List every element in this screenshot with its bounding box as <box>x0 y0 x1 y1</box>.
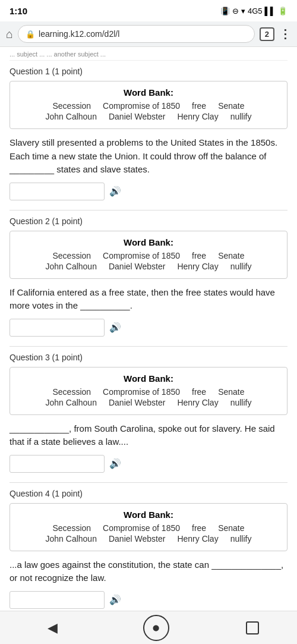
word-johncalhoun-2[interactable]: John Calhoun <box>46 262 97 271</box>
signal-text: 4G5 <box>248 7 263 15</box>
word-johncalhoun-1[interactable]: John Calhoun <box>46 112 97 121</box>
bottom-nav: ◀ ⬤ <box>0 611 297 644</box>
word-compromise-2[interactable]: Compromise of 1850 <box>103 251 180 260</box>
word-nullify-4[interactable]: nullify <box>230 534 252 544</box>
word-bank-row1-2: Secession Compromise of 1850 free Senate <box>20 251 277 260</box>
word-secession-4[interactable]: Secession <box>52 523 91 533</box>
word-secession-2[interactable]: Secession <box>52 251 91 260</box>
word-bank-title-2: Word Bank: <box>20 237 277 247</box>
tab-count-button[interactable]: 2 <box>260 27 274 41</box>
question-2-block: Question 2 (1 point) Word Bank: Secessio… <box>10 216 287 337</box>
word-nullify-2[interactable]: nullify <box>230 262 252 271</box>
word-danielwebster-4[interactable]: Daniel Webster <box>109 534 165 544</box>
question-4-word-bank: Word Bank: Secession Compromise of 1850 … <box>10 503 287 551</box>
question-4-label: Question 4 (1 point) <box>10 489 287 498</box>
word-bank-row1-3: Secession Compromise of 1850 free Senate <box>20 387 277 397</box>
url-bar[interactable]: 🔒 learning.k12.com/d2l/l <box>18 25 255 43</box>
home-icon[interactable]: ⌂ <box>6 27 13 41</box>
speaker-icon-3[interactable]: 🔊 <box>109 458 121 469</box>
word-bank-row2-4: John Calhoun Daniel Webster Henry Clay n… <box>20 534 277 544</box>
word-henryclay-1[interactable]: Henry Clay <box>177 112 218 121</box>
battery-icon: 🔋 <box>278 7 287 15</box>
back-button[interactable]: ◀ <box>38 614 67 642</box>
minus-circle-icon: ⊖ <box>232 7 239 15</box>
word-senate-2[interactable]: Senate <box>218 251 244 260</box>
question-1-word-bank: Word Bank: Secession Compromise of 1850 … <box>10 81 287 129</box>
recents-button[interactable] <box>246 621 259 634</box>
word-bank-title-4: Word Bank: <box>20 510 277 520</box>
question-3-answer-row: 🔊 <box>10 455 287 473</box>
word-compromise-1[interactable]: Compromise of 1850 <box>103 101 180 111</box>
signal-bars-icon: ▌▌ <box>265 7 276 15</box>
question-2-label: Question 2 (1 point) <box>10 216 287 226</box>
question-1-input[interactable] <box>10 183 105 200</box>
status-time: 1:10 <box>10 6 27 16</box>
question-1-block: Question 1 (1 point) Word Bank: Secessio… <box>10 67 287 200</box>
word-free-3[interactable]: free <box>192 387 206 397</box>
word-bank-row1-4: Secession Compromise of 1850 free Senate <box>20 523 277 533</box>
word-johncalhoun-3[interactable]: John Calhoun <box>46 398 97 407</box>
word-bank-row2-2: John Calhoun Daniel Webster Henry Clay n… <box>20 262 277 271</box>
word-bank-row1-1: Secession Compromise of 1850 free Senate <box>20 101 277 111</box>
url-text: learning.k12.com/d2l/l <box>39 29 247 39</box>
question-3-label: Question 3 (1 point) <box>10 353 287 362</box>
lock-icon: 🔒 <box>26 30 35 39</box>
word-senate-4[interactable]: Senate <box>218 523 244 533</box>
word-secession-3[interactable]: Secession <box>52 387 91 397</box>
word-danielwebster-1[interactable]: Daniel Webster <box>109 112 165 121</box>
word-danielwebster-2[interactable]: Daniel Webster <box>109 262 165 271</box>
breadcrumb: ... subject ... ... another subject ... <box>10 47 287 61</box>
word-compromise-3[interactable]: Compromise of 1850 <box>103 387 180 397</box>
word-secession-1[interactable]: Secession <box>52 101 91 111</box>
word-bank-title-1: Word Bank: <box>20 87 277 98</box>
word-senate-1[interactable]: Senate <box>218 101 244 111</box>
more-menu-button[interactable]: ⋮ <box>279 27 291 41</box>
word-bank-row2-1: John Calhoun Daniel Webster Henry Clay n… <box>20 112 277 121</box>
word-free-4[interactable]: free <box>192 523 206 533</box>
page-content: ... subject ... ... another subject ... … <box>0 47 297 644</box>
word-johncalhoun-4[interactable]: John Calhoun <box>46 534 97 544</box>
word-free-1[interactable]: free <box>192 101 206 111</box>
wifi-icon: ▾ <box>241 7 245 15</box>
question-1-answer-row: 🔊 <box>10 183 287 200</box>
browser-bar: ⌂ 🔒 learning.k12.com/d2l/l 2 ⋮ <box>0 21 297 47</box>
word-nullify-1[interactable]: nullify <box>230 112 252 121</box>
speaker-icon-1[interactable]: 🔊 <box>109 186 121 197</box>
home-circle-inner: ⬤ <box>153 624 159 631</box>
status-bar: 1:10 📳 ⊖ ▾ 4G5 ▌▌ 🔋 <box>0 0 297 21</box>
question-1-label: Question 1 (1 point) <box>10 67 287 76</box>
speaker-icon-4[interactable]: 🔊 <box>109 594 121 605</box>
word-bank-row2-3: John Calhoun Daniel Webster Henry Clay n… <box>20 398 277 407</box>
home-button[interactable]: ⬤ <box>143 615 169 641</box>
question-4-passage: ...a law goes against the constitution, … <box>10 558 287 585</box>
word-danielwebster-3[interactable]: Daniel Webster <box>109 398 165 407</box>
question-2-passage: If California entered as a free state, t… <box>10 286 287 313</box>
word-bank-title-3: Word Bank: <box>20 373 277 384</box>
question-4-answer-row: 🔊 <box>10 591 287 609</box>
question-4-input[interactable] <box>10 591 105 609</box>
question-3-block: Question 3 (1 point) Word Bank: Secessio… <box>10 353 287 473</box>
question-3-word-bank: Word Bank: Secession Compromise of 1850 … <box>10 367 287 415</box>
question-2-word-bank: Word Bank: Secession Compromise of 1850 … <box>10 231 287 279</box>
question-3-passage: ____________, from South Carolina, spoke… <box>10 422 287 449</box>
question-2-input[interactable] <box>10 319 105 337</box>
word-henryclay-3[interactable]: Henry Clay <box>177 398 218 407</box>
vibrate-icon: 📳 <box>220 7 230 15</box>
word-nullify-3[interactable]: nullify <box>230 398 252 407</box>
question-2-answer-row: 🔊 <box>10 319 287 337</box>
question-3-input[interactable] <box>10 455 105 473</box>
speaker-icon-2[interactable]: 🔊 <box>109 322 121 333</box>
question-1-passage: Slavery still presented a problems to th… <box>10 136 287 177</box>
question-4-block: Question 4 (1 point) Word Bank: Secessio… <box>10 489 287 609</box>
word-henryclay-2[interactable]: Henry Clay <box>177 262 218 271</box>
word-compromise-4[interactable]: Compromise of 1850 <box>103 523 180 533</box>
word-henryclay-4[interactable]: Henry Clay <box>177 534 218 544</box>
status-icons: 📳 ⊖ ▾ 4G5 ▌▌ 🔋 <box>220 7 287 15</box>
word-free-2[interactable]: free <box>192 251 206 260</box>
word-senate-3[interactable]: Senate <box>218 387 244 397</box>
